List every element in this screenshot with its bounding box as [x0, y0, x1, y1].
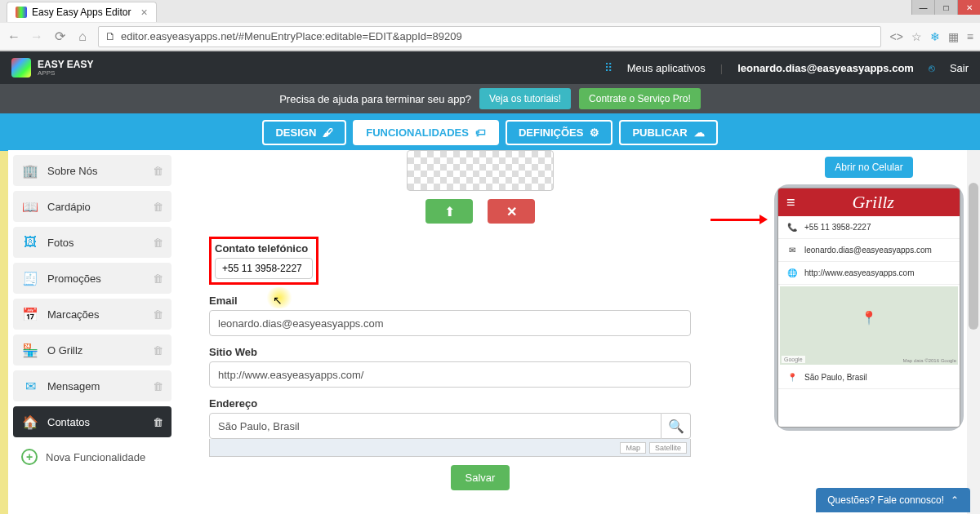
mail-icon: ✉: [786, 246, 798, 255]
brush-icon: 🖌: [323, 126, 333, 139]
window-minimize[interactable]: —: [911, 0, 934, 15]
address-input[interactable]: [209, 413, 662, 439]
remove-image-button[interactable]: ✕: [488, 199, 535, 224]
forward-icon: →: [29, 29, 44, 44]
trash-icon[interactable]: 🗑: [153, 201, 163, 213]
tag-icon: 🏷: [475, 126, 486, 139]
email-label: Email: [209, 295, 751, 307]
tab-settings[interactable]: DEFINIÇÕES⚙: [506, 120, 612, 145]
apps-grid-icon[interactable]: ⠿: [604, 61, 612, 74]
window-maximize[interactable]: □: [934, 0, 957, 15]
image-icon: 🖼: [21, 235, 39, 250]
sidebar-item-promos[interactable]: 🧾Promoções🗑: [13, 263, 172, 294]
map-copyright: Map data ©2016 Google: [903, 358, 956, 363]
url-input[interactable]: 🗋 editor.easyeasyapps.net/#MenuEntryPlac…: [98, 26, 881, 47]
search-icon: 🔍: [668, 419, 684, 434]
upload-button[interactable]: ⬆: [425, 199, 473, 224]
sidebar-item-message[interactable]: ✉Mensagem🗑: [13, 370, 172, 401]
grid-extension-icon[interactable]: ▦: [948, 30, 959, 43]
trash-icon[interactable]: 🗑: [153, 165, 163, 177]
home-icon[interactable]: ⌂: [75, 29, 90, 44]
phone-map[interactable]: Google Map data ©2016 Google: [780, 286, 958, 365]
tab-features[interactable]: FUNCIONALIDADES🏷: [353, 120, 499, 145]
star-icon[interactable]: ☆: [911, 30, 922, 43]
trash-icon[interactable]: 🗑: [153, 380, 163, 392]
trash-icon[interactable]: 🗑: [153, 308, 163, 321]
app-body: 🏢Sobre Nós🗑 📖Cardápio🗑 🖼Fotos🗑 🧾Promoçõe…: [8, 150, 972, 514]
sidebar-item-bookings[interactable]: 📅Marcações🗑: [13, 299, 172, 330]
url-text: editor.easyeasyapps.net/#MenuEntryPlace:…: [121, 30, 462, 42]
sidebar: 🏢Sobre Nós🗑 📖Cardápio🗑 🖼Fotos🗑 🧾Promoçõe…: [8, 150, 176, 514]
phone-row-address[interactable]: 📍São Paulo, Brasil: [778, 366, 960, 389]
website-input[interactable]: [209, 361, 691, 388]
phone-row-phone[interactable]: 📞+55 11 3958-2227: [778, 216, 960, 239]
phone-screen: ≡ Grillz 📞+55 11 3958-2227 ✉leonardo.dia…: [777, 188, 960, 428]
sidebar-item-about[interactable]: 🏢Sobre Nós🗑: [13, 155, 172, 186]
help-prompt: Precisa de ajuda para terminar seu app?: [279, 93, 471, 105]
open-icon: 🏢: [21, 163, 39, 179]
receipt-icon: 🧾: [21, 271, 39, 286]
trash-icon[interactable]: 🗑: [153, 416, 163, 428]
hamburger-icon[interactable]: ≡: [786, 194, 795, 211]
image-placeholder[interactable]: [407, 150, 554, 191]
address-search-button[interactable]: 🔍: [662, 413, 691, 439]
book-icon: 📖: [21, 199, 39, 215]
sidebar-item-grillz[interactable]: 🏪O Grillz🗑: [13, 335, 172, 366]
trash-icon[interactable]: 🗑: [153, 237, 163, 249]
open-on-phone-button[interactable]: Abrir no Celular: [825, 157, 912, 178]
scrollbar-track[interactable]: [967, 150, 980, 514]
app-header: EASY EASY APPS ⠿ Meus aplicativos | leon…: [0, 51, 980, 84]
annotation-arrow: [710, 219, 766, 232]
pin-icon: 📍: [786, 373, 798, 382]
tab-design[interactable]: DESIGN🖌: [262, 120, 346, 145]
trash-icon[interactable]: 🗑: [153, 273, 163, 285]
store-icon: 🏪: [21, 343, 39, 358]
reload-icon[interactable]: ⟳: [52, 29, 67, 44]
email-input[interactable]: [209, 310, 691, 336]
phone-app-header: ≡ Grillz: [778, 188, 960, 216]
logout-link[interactable]: Sair: [950, 62, 969, 74]
my-apps-link[interactable]: Meus aplicativos: [627, 62, 706, 74]
browser-tab[interactable]: Easy Easy Apps Editor ×: [7, 2, 157, 22]
remove-icon: ✕: [506, 204, 517, 219]
new-feature-button[interactable]: +Nova Funcionalidade: [13, 442, 172, 472]
sidebar-item-contacts[interactable]: 🏠Contatos🗑: [13, 406, 172, 437]
phone-icon: 📞: [786, 223, 798, 232]
chat-widget-button[interactable]: Questões? Fale connosco! ⌃: [816, 488, 970, 512]
envelope-icon: ✉: [21, 379, 39, 394]
phone-frame: ≡ Grillz 📞+55 11 3958-2227 ✉leonardo.dia…: [774, 184, 964, 431]
scrollbar-thumb[interactable]: [969, 183, 978, 330]
sidebar-item-menu[interactable]: 📖Cardápio🗑: [13, 191, 172, 222]
tutorials-button[interactable]: Veja os tutoriais!: [479, 88, 571, 109]
phone-row-web[interactable]: 🌐http://www.easyeasyapps.com: [778, 262, 960, 285]
code-icon[interactable]: <>: [889, 30, 902, 43]
user-email[interactable]: leonardo.dias@easyeasyapps.com: [737, 62, 914, 74]
menu-icon[interactable]: ≡: [967, 30, 973, 43]
save-button[interactable]: Salvar: [451, 465, 510, 490]
logout-icon: ⎋: [929, 62, 935, 74]
window-close[interactable]: ✕: [957, 0, 980, 15]
help-bar: Precisa de ajuda para terminar seu app? …: [0, 84, 980, 113]
logo-text-2: APPS: [38, 69, 93, 77]
preview-column: Abrir no Celular ≡ Grillz 📞+55 11 3958-2…: [766, 150, 972, 514]
back-icon[interactable]: ←: [7, 29, 21, 44]
browser-tab-bar: Easy Easy Apps Editor ×: [0, 0, 980, 23]
upload-icon: ⬆: [444, 204, 455, 219]
sidebar-item-photos[interactable]: 🖼Fotos🗑: [13, 227, 172, 258]
tab-publish[interactable]: PUBLICAR☁: [619, 120, 717, 145]
address-bar: ← → ⟳ ⌂ 🗋 editor.easyeasyapps.net/#MenuE…: [0, 23, 980, 51]
extension-icon[interactable]: ❄: [930, 30, 940, 43]
trash-icon[interactable]: 🗑: [153, 344, 163, 357]
phone-row-email[interactable]: ✉leonardo.dias@easyeasyapps.com: [778, 239, 960, 262]
phone-input[interactable]: [215, 258, 313, 279]
map-preview[interactable]: Map Satellite: [209, 439, 691, 457]
header-right: ⠿ Meus aplicativos | leonardo.dias@easye…: [604, 61, 969, 74]
satellite-view-button[interactable]: Satellite: [649, 442, 687, 454]
pro-service-button[interactable]: Contrate o Serviço Pro!: [579, 88, 701, 109]
app-logo[interactable]: EASY EASY APPS: [11, 58, 93, 78]
map-view-button[interactable]: Map: [620, 442, 646, 454]
window-controls: — □ ✕: [911, 0, 980, 15]
page-icon: 🗋: [105, 30, 116, 42]
tab-close-icon[interactable]: ×: [140, 6, 147, 19]
chevron-up-icon: ⌃: [951, 494, 959, 506]
